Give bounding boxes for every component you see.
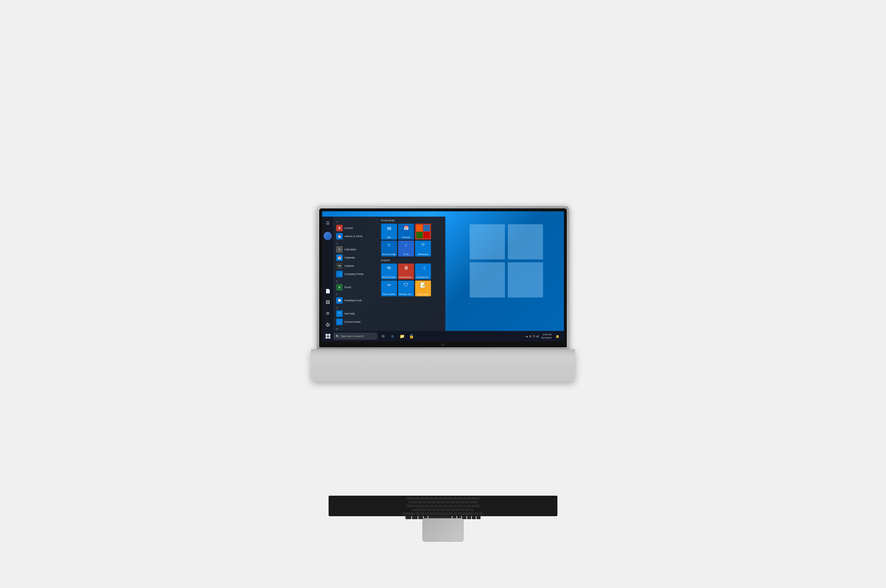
key-o[interactable] [453, 505, 457, 508]
app-groove-music[interactable]: ♪ Groove Music [335, 318, 377, 326]
key-down[interactable] [472, 516, 476, 519]
settings-icon[interactable]: ⚙ [323, 309, 332, 318]
key-up[interactable] [474, 512, 478, 515]
power-icon[interactable]: ⏻ [323, 320, 332, 328]
touchpad[interactable] [423, 518, 463, 542]
key-3[interactable] [423, 501, 427, 504]
key-s[interactable] [427, 508, 432, 512]
key-2[interactable] [418, 501, 422, 504]
key-l[interactable] [460, 508, 465, 512]
app-alarms-clock[interactable]: ⏰ Alarms & Clock [335, 232, 377, 240]
app-calendar[interactable]: 📅 Calendar [335, 254, 377, 262]
key-t[interactable] [434, 505, 438, 508]
key-j[interactable] [451, 508, 455, 512]
key-x[interactable] [420, 512, 424, 515]
key-0[interactable] [455, 501, 459, 504]
key-backspace[interactable] [469, 501, 478, 504]
key-d[interactable] [432, 508, 436, 512]
start-button[interactable] [323, 331, 333, 342]
key-9[interactable] [451, 501, 455, 504]
key-minus[interactable] [460, 501, 464, 504]
key-e[interactable] [424, 505, 429, 508]
tile-edge[interactable]: e Microsoft Edge [381, 241, 397, 256]
app-excel[interactable]: X Excel [335, 283, 377, 291]
key-f8[interactable] [448, 497, 452, 500]
app-feedback-hub[interactable]: 💬 Feedback Hub [335, 296, 377, 304]
key-f11[interactable] [462, 497, 466, 500]
app-calculator[interactable]: # Calculator [335, 245, 377, 254]
key-right[interactable] [477, 516, 481, 519]
key-y[interactable] [439, 505, 443, 508]
tile-office[interactable] [415, 224, 431, 240]
key-f12[interactable] [467, 497, 471, 500]
tile-windows-security[interactable]: 🛡 Windows Sec... [398, 280, 414, 296]
key-7[interactable] [441, 501, 445, 504]
key-backtick[interactable] [408, 501, 412, 504]
user-avatar[interactable]: 👤 [323, 232, 332, 240]
app-camera[interactable]: 📷 Camera [335, 262, 377, 270]
tile-whiteboard[interactable]: W Whiteboard [415, 241, 431, 256]
key-h[interactable] [446, 508, 450, 512]
notification-bell-icon[interactable]: 🔔 [553, 332, 561, 340]
key-lwin[interactable] [418, 516, 423, 519]
key-v[interactable] [430, 512, 434, 515]
key-lbracket[interactable] [462, 505, 466, 508]
key-f1[interactable] [415, 497, 419, 500]
key-f6[interactable] [439, 497, 443, 500]
key-f9[interactable] [453, 497, 457, 500]
key-f10[interactable] [457, 497, 462, 500]
key-b[interactable] [435, 512, 439, 515]
taskbar-search-box[interactable]: 🔍 Type here to search [333, 333, 377, 340]
key-f[interactable] [437, 508, 441, 512]
key-semicolon[interactable] [465, 508, 469, 512]
key-del[interactable] [471, 497, 480, 500]
key-f7[interactable] [443, 497, 447, 500]
app-get-help[interactable]: ? Get Help [335, 309, 377, 318]
tile-mail[interactable]: ✉ Mail [381, 224, 397, 240]
tile-company-portal[interactable]: 👥 Company Por... [415, 264, 431, 279]
tile-remote-desktop[interactable]: 🖥 Remote Desk... [398, 264, 414, 279]
app-company-portal[interactable]: 👥 Company Portal [335, 270, 377, 278]
key-5[interactable] [432, 501, 436, 504]
key-period[interactable] [453, 512, 457, 515]
key-g[interactable] [442, 508, 446, 512]
key-a[interactable] [423, 508, 427, 512]
key-c[interactable] [425, 512, 429, 515]
system-clock[interactable]: 2:30 PM 5/27/2020 [541, 333, 552, 339]
key-quote[interactable] [470, 508, 474, 512]
key-lctrl[interactable] [412, 516, 418, 519]
key-w[interactable] [420, 505, 424, 508]
key-f4[interactable] [429, 497, 433, 500]
key-rbracket[interactable] [467, 505, 471, 508]
key-end[interactable] [479, 512, 483, 515]
key-r[interactable] [429, 505, 433, 508]
key-left[interactable] [467, 516, 471, 519]
key-6[interactable] [436, 501, 441, 504]
tile-store[interactable]: 🛍 Microsoft Store [381, 264, 397, 279]
key-4[interactable] [427, 501, 431, 504]
taskbar-file-explorer-icon[interactable]: 📁 [398, 332, 406, 340]
key-lshift[interactable] [403, 512, 415, 515]
pictures-icon[interactable]: 🖼 [323, 298, 332, 306]
tile-calendar[interactable]: 📅 Calendar [398, 224, 414, 240]
key-u[interactable] [443, 505, 447, 508]
taskbar-lock-icon[interactable]: 🔒 [407, 332, 415, 340]
key-esc[interactable] [406, 497, 415, 500]
key-caps[interactable] [412, 508, 422, 512]
key-rshift[interactable] [463, 512, 474, 515]
taskbar-edge-icon[interactable]: e [388, 332, 397, 340]
key-tab[interactable] [406, 505, 415, 508]
key-z[interactable] [416, 512, 420, 515]
key-n[interactable] [439, 512, 443, 515]
tile-sticky-notes[interactable]: 📝 Sticky Notes [415, 280, 431, 296]
tile-todo[interactable]: ✓ To Do [398, 241, 414, 256]
key-8[interactable] [446, 501, 450, 504]
key-equal[interactable] [465, 501, 469, 504]
key-enter[interactable] [471, 505, 480, 508]
key-m[interactable] [444, 512, 448, 515]
taskview-icon[interactable]: ⊞ [379, 332, 387, 340]
key-i[interactable] [448, 505, 452, 508]
key-f2[interactable] [420, 497, 424, 500]
documents-icon[interactable]: 📄 [323, 287, 332, 295]
key-1[interactable] [413, 501, 417, 504]
